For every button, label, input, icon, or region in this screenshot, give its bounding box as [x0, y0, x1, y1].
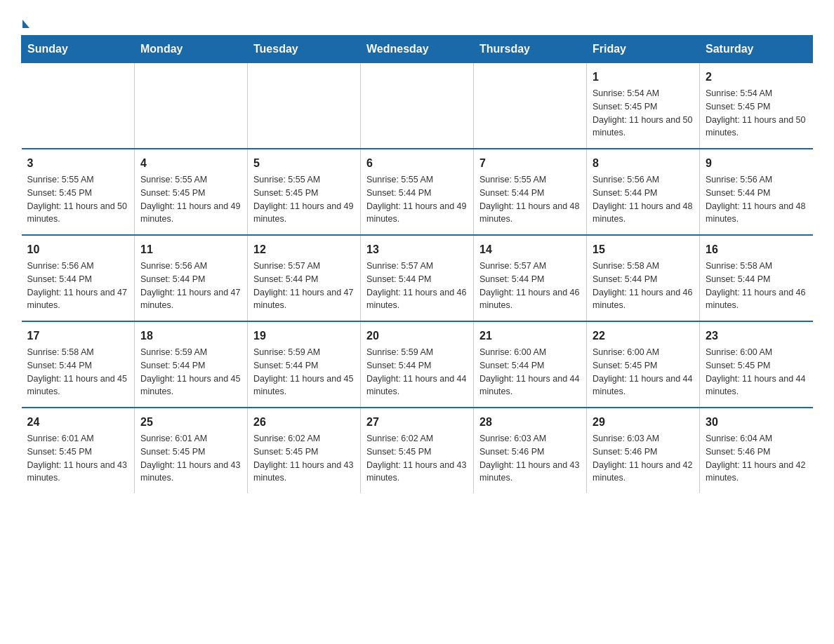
calendar-cell: 17Sunrise: 5:58 AMSunset: 5:44 PMDayligh… — [22, 321, 135, 408]
calendar-cell — [474, 63, 587, 149]
day-info: Sunrise: 5:55 AMSunset: 5:45 PMDaylight:… — [253, 173, 355, 226]
page-header — [21, 14, 813, 28]
calendar-cell: 11Sunrise: 5:56 AMSunset: 5:44 PMDayligh… — [135, 235, 248, 321]
day-number: 22 — [593, 328, 694, 344]
day-number: 14 — [479, 241, 581, 258]
day-info: Sunrise: 5:55 AMSunset: 5:45 PMDaylight:… — [140, 173, 241, 226]
day-number: 3 — [27, 155, 129, 172]
day-number: 24 — [27, 414, 129, 431]
calendar-week-row: 17Sunrise: 5:58 AMSunset: 5:44 PMDayligh… — [22, 321, 813, 408]
calendar-cell: 3Sunrise: 5:55 AMSunset: 5:45 PMDaylight… — [22, 149, 135, 235]
calendar-cell: 26Sunrise: 6:02 AMSunset: 5:45 PMDayligh… — [248, 408, 361, 493]
day-number: 21 — [479, 328, 581, 344]
calendar-cell: 10Sunrise: 5:56 AMSunset: 5:44 PMDayligh… — [22, 235, 135, 321]
day-info: Sunrise: 5:57 AMSunset: 5:44 PMDaylight:… — [366, 260, 468, 312]
calendar-cell: 9Sunrise: 5:56 AMSunset: 5:44 PMDaylight… — [700, 149, 813, 235]
header-cell-friday: Friday — [587, 36, 700, 63]
day-number: 15 — [593, 241, 694, 258]
day-info: Sunrise: 5:54 AMSunset: 5:45 PMDaylight:… — [706, 87, 807, 140]
day-info: Sunrise: 5:59 AMSunset: 5:44 PMDaylight:… — [366, 346, 468, 398]
day-number: 25 — [140, 414, 241, 431]
day-number: 5 — [253, 155, 355, 172]
calendar-cell — [248, 63, 361, 149]
day-number: 10 — [27, 241, 129, 258]
calendar-week-row: 10Sunrise: 5:56 AMSunset: 5:44 PMDayligh… — [22, 235, 813, 321]
day-info: Sunrise: 5:54 AMSunset: 5:45 PMDaylight:… — [593, 87, 694, 140]
day-number: 13 — [366, 241, 468, 258]
calendar-cell: 16Sunrise: 5:58 AMSunset: 5:44 PMDayligh… — [700, 235, 813, 321]
day-info: Sunrise: 5:55 AMSunset: 5:44 PMDaylight:… — [479, 173, 581, 226]
header-row: SundayMondayTuesdayWednesdayThursdayFrid… — [22, 36, 813, 63]
calendar-cell: 8Sunrise: 5:56 AMSunset: 5:44 PMDaylight… — [587, 149, 700, 235]
calendar-cell: 6Sunrise: 5:55 AMSunset: 5:44 PMDaylight… — [361, 149, 474, 235]
day-number: 20 — [366, 328, 468, 344]
day-number: 17 — [27, 328, 129, 344]
calendar-cell: 2Sunrise: 5:54 AMSunset: 5:45 PMDaylight… — [700, 63, 813, 149]
day-info: Sunrise: 6:01 AMSunset: 5:45 PMDaylight:… — [140, 432, 241, 485]
day-info: Sunrise: 6:03 AMSunset: 5:46 PMDaylight:… — [479, 432, 581, 485]
calendar-cell: 20Sunrise: 5:59 AMSunset: 5:44 PMDayligh… — [361, 321, 474, 408]
day-info: Sunrise: 5:56 AMSunset: 5:44 PMDaylight:… — [706, 173, 807, 226]
day-info: Sunrise: 6:00 AMSunset: 5:45 PMDaylight:… — [706, 346, 807, 398]
day-number: 6 — [366, 155, 468, 172]
day-number: 2 — [706, 69, 807, 86]
day-info: Sunrise: 5:55 AMSunset: 5:45 PMDaylight:… — [27, 173, 129, 226]
calendar-cell: 29Sunrise: 6:03 AMSunset: 5:46 PMDayligh… — [587, 408, 700, 493]
calendar-cell: 30Sunrise: 6:04 AMSunset: 5:46 PMDayligh… — [700, 408, 813, 493]
calendar-cell: 27Sunrise: 6:02 AMSunset: 5:45 PMDayligh… — [361, 408, 474, 493]
day-info: Sunrise: 5:55 AMSunset: 5:44 PMDaylight:… — [366, 173, 468, 226]
calendar-cell: 21Sunrise: 6:00 AMSunset: 5:44 PMDayligh… — [474, 321, 587, 408]
day-number: 28 — [479, 414, 581, 431]
header-cell-tuesday: Tuesday — [248, 36, 361, 63]
day-number: 7 — [479, 155, 581, 172]
day-info: Sunrise: 5:56 AMSunset: 5:44 PMDaylight:… — [140, 260, 241, 312]
day-info: Sunrise: 5:58 AMSunset: 5:44 PMDaylight:… — [706, 260, 807, 312]
day-number: 1 — [593, 69, 694, 86]
calendar-cell: 22Sunrise: 6:00 AMSunset: 5:45 PMDayligh… — [587, 321, 700, 408]
day-number: 30 — [706, 414, 807, 431]
header-cell-saturday: Saturday — [700, 36, 813, 63]
calendar-cell — [361, 63, 474, 149]
day-number: 8 — [593, 155, 694, 172]
day-info: Sunrise: 6:02 AMSunset: 5:45 PMDaylight:… — [366, 432, 468, 485]
calendar-cell: 12Sunrise: 5:57 AMSunset: 5:44 PMDayligh… — [248, 235, 361, 321]
day-info: Sunrise: 6:00 AMSunset: 5:44 PMDaylight:… — [479, 346, 581, 398]
calendar-cell: 28Sunrise: 6:03 AMSunset: 5:46 PMDayligh… — [474, 408, 587, 493]
day-info: Sunrise: 5:56 AMSunset: 5:44 PMDaylight:… — [593, 173, 694, 226]
day-info: Sunrise: 5:57 AMSunset: 5:44 PMDaylight:… — [253, 260, 355, 312]
day-info: Sunrise: 6:04 AMSunset: 5:46 PMDaylight:… — [706, 432, 807, 485]
day-number: 27 — [366, 414, 468, 431]
calendar-cell: 5Sunrise: 5:55 AMSunset: 5:45 PMDaylight… — [248, 149, 361, 235]
day-number: 11 — [140, 241, 241, 258]
header-cell-wednesday: Wednesday — [361, 36, 474, 63]
day-info: Sunrise: 5:56 AMSunset: 5:44 PMDaylight:… — [27, 260, 129, 312]
day-info: Sunrise: 6:03 AMSunset: 5:46 PMDaylight:… — [593, 432, 694, 485]
header-cell-monday: Monday — [135, 36, 248, 63]
day-number: 12 — [253, 241, 355, 258]
day-info: Sunrise: 6:02 AMSunset: 5:45 PMDaylight:… — [253, 432, 355, 485]
day-number: 29 — [593, 414, 694, 431]
day-number: 4 — [140, 155, 241, 172]
calendar-cell: 19Sunrise: 5:59 AMSunset: 5:44 PMDayligh… — [248, 321, 361, 408]
day-number: 26 — [253, 414, 355, 431]
calendar-cell: 24Sunrise: 6:01 AMSunset: 5:45 PMDayligh… — [22, 408, 135, 493]
day-info: Sunrise: 6:00 AMSunset: 5:45 PMDaylight:… — [593, 346, 694, 398]
calendar-table: SundayMondayTuesdayWednesdayThursdayFrid… — [21, 35, 813, 493]
calendar-cell: 1Sunrise: 5:54 AMSunset: 5:45 PMDaylight… — [587, 63, 700, 149]
header-cell-sunday: Sunday — [22, 36, 135, 63]
calendar-cell: 13Sunrise: 5:57 AMSunset: 5:44 PMDayligh… — [361, 235, 474, 321]
day-number: 18 — [140, 328, 241, 344]
calendar-cell — [22, 63, 135, 149]
calendar-cell: 23Sunrise: 6:00 AMSunset: 5:45 PMDayligh… — [700, 321, 813, 408]
calendar-cell: 14Sunrise: 5:57 AMSunset: 5:44 PMDayligh… — [474, 235, 587, 321]
calendar-week-row: 1Sunrise: 5:54 AMSunset: 5:45 PMDaylight… — [22, 63, 813, 149]
day-info: Sunrise: 5:57 AMSunset: 5:44 PMDaylight:… — [479, 260, 581, 312]
calendar-week-row: 3Sunrise: 5:55 AMSunset: 5:45 PMDaylight… — [22, 149, 813, 235]
day-number: 9 — [706, 155, 807, 172]
day-info: Sunrise: 6:01 AMSunset: 5:45 PMDaylight:… — [27, 432, 129, 485]
day-number: 19 — [253, 328, 355, 344]
day-info: Sunrise: 5:59 AMSunset: 5:44 PMDaylight:… — [253, 346, 355, 398]
logo-triangle-icon — [22, 20, 29, 28]
day-info: Sunrise: 5:58 AMSunset: 5:44 PMDaylight:… — [593, 260, 694, 312]
calendar-cell: 7Sunrise: 5:55 AMSunset: 5:44 PMDaylight… — [474, 149, 587, 235]
